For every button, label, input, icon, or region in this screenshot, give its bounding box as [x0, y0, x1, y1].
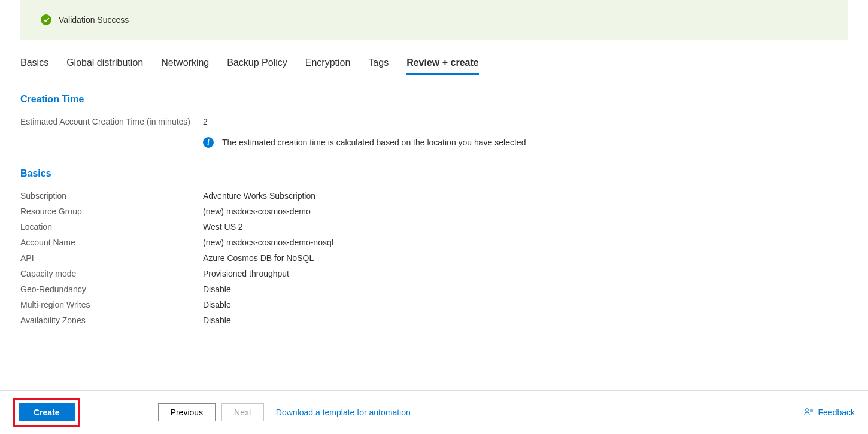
- tab-encryption[interactable]: Encryption: [305, 57, 351, 75]
- value-capacity-mode: Provisioned throughput: [203, 269, 289, 278]
- label-geo-redundancy: Geo-Redundancy: [20, 284, 203, 294]
- success-check-icon: [41, 14, 51, 25]
- section-heading-creation-time: Creation Time: [20, 94, 848, 105]
- value-geo-redundancy: Disable: [203, 284, 231, 294]
- feedback-icon: [804, 408, 814, 417]
- info-text-creation-time: The estimated creation time is calculate…: [222, 138, 526, 147]
- svg-point-0: [805, 409, 808, 411]
- label-multi-region-writes: Multi-region Writes: [20, 300, 203, 309]
- label-api: API: [20, 253, 203, 263]
- value-resource-group: (new) msdocs-cosmos-demo: [203, 207, 311, 216]
- footer-bar: Create Previous Next Download a template…: [0, 390, 868, 434]
- section-heading-basics: Basics: [20, 168, 848, 179]
- value-multi-region-writes: Disable: [203, 300, 231, 309]
- tab-tags[interactable]: Tags: [368, 57, 389, 75]
- label-location: Location: [20, 222, 203, 232]
- label-capacity-mode: Capacity mode: [20, 269, 203, 278]
- label-availability-zones: Availability Zones: [20, 315, 203, 325]
- create-button-highlight: Create: [13, 398, 80, 427]
- tab-review-create[interactable]: Review + create: [406, 57, 479, 75]
- value-availability-zones: Disable: [203, 315, 231, 325]
- tab-global-distribution[interactable]: Global distribution: [66, 57, 143, 75]
- validation-banner: Validation Success: [20, 0, 848, 40]
- tab-bar: Basics Global distribution Networking Ba…: [0, 40, 868, 75]
- label-account-name: Account Name: [20, 238, 203, 247]
- tab-backup-policy[interactable]: Backup Policy: [227, 57, 287, 75]
- previous-button[interactable]: Previous: [158, 403, 216, 421]
- value-subscription: Adventure Works Subscription: [203, 191, 315, 201]
- tab-basics[interactable]: Basics: [20, 57, 48, 75]
- next-button: Next: [221, 403, 264, 421]
- create-button[interactable]: Create: [19, 403, 75, 421]
- tab-networking[interactable]: Networking: [161, 57, 209, 75]
- validation-message: Validation Success: [59, 15, 129, 25]
- value-estimated-creation-time: 2: [203, 117, 208, 126]
- value-account-name: (new) msdocs-cosmos-demo-nosql: [203, 238, 333, 247]
- label-estimated-creation-time: Estimated Account Creation Time (in minu…: [20, 117, 203, 126]
- download-template-link[interactable]: Download a template for automation: [276, 408, 411, 417]
- label-resource-group: Resource Group: [20, 207, 203, 216]
- feedback-link[interactable]: Feedback: [804, 408, 855, 417]
- value-location: West US 2: [203, 222, 243, 232]
- feedback-label: Feedback: [818, 408, 855, 417]
- value-api: Azure Cosmos DB for NoSQL: [203, 253, 314, 263]
- info-icon: i: [203, 137, 214, 148]
- label-subscription: Subscription: [20, 191, 203, 201]
